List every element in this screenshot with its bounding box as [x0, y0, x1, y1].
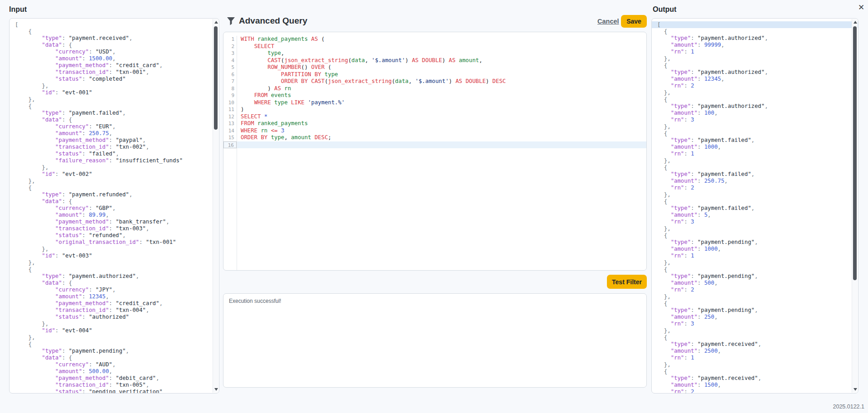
line-number: 3: [223, 50, 237, 57]
code-line: },: [15, 334, 208, 341]
code-line: "rn": 2: [657, 389, 847, 394]
code-line: },: [657, 55, 847, 62]
scroll-up-icon[interactable]: [853, 21, 857, 24]
code-line: },: [657, 157, 847, 164]
code-line: "status": "refunded",: [15, 232, 208, 239]
line-number: 15: [223, 134, 237, 141]
code-line: "rn": 3: [657, 219, 847, 225]
code-line: "amount": 99999,: [657, 42, 847, 49]
code-line: {: [15, 185, 208, 191]
code-line: "data": {: [15, 355, 208, 361]
code-line: "type": "payment.received",: [15, 35, 208, 42]
page: { "page": { "version": "2025.0122.1", "b…: [0, 0, 868, 413]
save-button[interactable]: Save: [621, 15, 647, 28]
code-line: "amount": 500.00,: [15, 368, 208, 375]
output-scrollbar[interactable]: [852, 19, 858, 393]
code-line: "status": "authorized": [15, 314, 208, 321]
code-line: {: [15, 341, 208, 348]
code-line: "transaction_id": "txn-002",: [15, 144, 208, 151]
code-line: "amount": 12345,: [657, 76, 847, 83]
code-line: "amount": 12345,: [15, 293, 208, 300]
code-line: {: [657, 130, 847, 137]
editor-code[interactable]: WITH ranked_payments AS ( SELECT type, C…: [237, 36, 646, 270]
code-line: "amount": 250,: [657, 314, 847, 321]
code-line: {: [657, 266, 847, 273]
code-line: },: [657, 327, 847, 334]
output-json-panel[interactable]: [ { "type": "payment.authorized", "amoun…: [651, 18, 858, 394]
output-scrollbar-thumb[interactable]: [853, 26, 857, 280]
code-line: {: [657, 198, 847, 205]
code-line: },: [15, 246, 208, 253]
code-line: {: [657, 96, 847, 103]
code-line: {: [15, 103, 208, 110]
code-line: "currency": "AUD",: [15, 361, 208, 368]
input-scrollbar-thumb[interactable]: [214, 26, 218, 130]
code-line: },: [657, 259, 847, 266]
code-line: WHERE type LIKE 'payment.%': [241, 99, 646, 107]
output-panel-title: Output: [653, 5, 676, 14]
code-line: ORDER BY CAST(json_extract_string(data, …: [241, 78, 646, 85]
code-line: "type": "payment.refunded",: [15, 191, 208, 198]
code-line: },: [657, 191, 847, 198]
code-line: [: [652, 21, 858, 28]
advanced-query-title: Advanced Query: [239, 16, 307, 26]
execution-result-panel: Execution successful!: [223, 293, 647, 388]
code-line: "rn": 3: [657, 117, 847, 123]
code-line: },: [15, 96, 208, 103]
code-line: "rn": 2: [657, 287, 847, 293]
code-line: "payment_method": "credit_card",: [15, 62, 208, 69]
output-code: [ { "type": "payment.authorized", "amoun…: [652, 19, 858, 394]
line-number: 11: [223, 106, 237, 113]
code-line: SELECT: [241, 43, 646, 50]
code-line: "amount": 89.99,: [15, 212, 208, 219]
code-line: "data": {: [15, 42, 208, 49]
code-line: "id": "evt-004": [15, 327, 208, 334]
editor-gutter: 12345678910111213141516: [223, 36, 237, 270]
code-line: "rn": 2: [657, 185, 847, 191]
code-line: "type": "payment.authorized",: [657, 35, 847, 42]
code-line: "id": "evt-002": [15, 171, 208, 178]
code-line: "amount": 2500,: [657, 348, 847, 355]
code-line: [: [15, 21, 208, 28]
input-scrollbar[interactable]: [213, 19, 218, 393]
code-line: "type": "payment.failed",: [657, 171, 847, 178]
code-line: FROM ranked_payments: [241, 120, 646, 127]
code-line: WITH ranked_payments AS (: [241, 36, 646, 43]
code-line: type,: [241, 50, 646, 57]
code-line: },: [657, 293, 847, 300]
scroll-up-icon[interactable]: [214, 21, 218, 24]
code-line: "payment_method": "debit_card",: [15, 375, 208, 382]
scroll-down-icon[interactable]: [853, 388, 857, 391]
code-line: "amount": 100,: [657, 110, 847, 117]
close-icon[interactable]: ✕: [858, 4, 864, 11]
code-line: "rn": 3: [657, 321, 847, 327]
cancel-button[interactable]: Cancel: [597, 18, 619, 25]
code-line: "type": "payment.pending",: [657, 307, 847, 314]
code-line: "amount": 1500,: [657, 382, 847, 389]
line-number: 13: [223, 120, 237, 127]
code-line: },: [657, 361, 847, 368]
code-line: FROM events: [241, 92, 646, 99]
code-line: "status": "pending_verification": [15, 389, 208, 394]
line-number: 16: [223, 141, 237, 149]
scroll-down-icon[interactable]: [214, 388, 218, 391]
code-line: "id": "evt-003": [15, 253, 208, 259]
line-number: 10: [223, 99, 237, 107]
execution-result-message: Execution successful!: [223, 294, 646, 308]
code-line: "data": {: [15, 117, 208, 123]
code-line: ) AS rn: [241, 85, 646, 92]
code-line: },: [15, 178, 208, 185]
line-number: 4: [223, 57, 237, 64]
input-json-panel[interactable]: [ { "type": "payment.received", "data": …: [9, 18, 219, 394]
line-number: 5: [223, 64, 237, 71]
code-line: {: [657, 164, 847, 171]
code-line: "payment_method": "credit_card",: [15, 300, 208, 307]
code-line: ORDER BY type, amount DESC;: [241, 134, 646, 141]
code-line: [237, 141, 646, 149]
test-filter-button[interactable]: Test Filter: [607, 275, 647, 289]
code-line: "type": "payment.authorized",: [657, 103, 847, 110]
code-line: ): [241, 106, 646, 113]
code-line: "currency": "JPY",: [15, 287, 208, 293]
code-line: "data": {: [15, 280, 208, 287]
sql-editor[interactable]: 12345678910111213141516 WITH ranked_paym…: [223, 32, 647, 271]
